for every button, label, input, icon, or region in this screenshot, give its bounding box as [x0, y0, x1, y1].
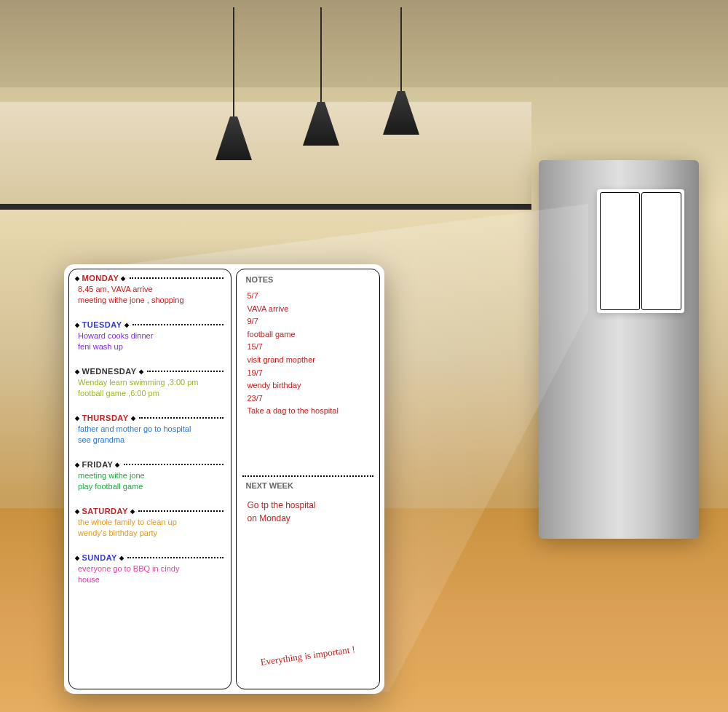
day-header: ◆WEDNESDAY◆	[75, 367, 225, 376]
day-name: TUESDAY	[82, 320, 122, 329]
diamond-icon: ◆	[131, 415, 136, 422]
diamond-icon: ◆	[75, 462, 80, 468]
important-footer: Everything is important !	[250, 640, 367, 671]
diamond-icon: ◆	[75, 508, 80, 515]
pendant-cord	[320, 7, 322, 102]
day-block: ◆THURSDAY◆father and mother go to hospit…	[75, 414, 225, 457]
day-content: Wenday learn swimming ,3:00 pmfootball g…	[75, 376, 225, 411]
dotted-line	[124, 464, 224, 466]
day-content: meeting withe joneplay football game	[75, 469, 225, 504]
day-header: ◆MONDAY◆	[75, 274, 225, 282]
dotted-line	[132, 324, 223, 326]
day-block: ◆TUESDAY◆Howard cooks dinnerfeni wash up	[75, 320, 225, 364]
day-name: SATURDAY	[82, 507, 128, 515]
diamond-icon: ◆	[124, 322, 130, 328]
dotted-line	[139, 417, 223, 419]
mini-planner-on-fridge	[597, 189, 684, 313]
day-name: SUNDAY	[82, 553, 117, 562]
dotted-line	[127, 557, 223, 559]
diamond-icon: ◆	[115, 462, 120, 468]
day-content: the whole family to clean upwendy's birt…	[75, 515, 225, 550]
diamond-icon: ◆	[75, 555, 80, 561]
days-column: ◆MONDAY◆8.45 am, VAVA arrivemeeting with…	[68, 269, 232, 689]
day-header: ◆SUNDAY◆	[75, 553, 225, 562]
day-content: Howard cooks dinnerfeni wash up	[75, 329, 225, 364]
notes-column: NOTES 5/7VAVA arrive9/7football game15/7…	[236, 269, 380, 689]
day-block: ◆SUNDAY◆everyone go to BBQ in cindyhouse	[75, 553, 225, 597]
nextweek-content: Go tp the hospitalon Monday Everything i…	[242, 494, 373, 684]
day-content: 8.45 am, VAVA arrivemeeting withe jone ,…	[75, 282, 225, 317]
notes-header: NOTES	[242, 274, 373, 285]
day-block: ◆MONDAY◆8.45 am, VAVA arrivemeeting with…	[75, 274, 225, 317]
diamond-icon: ◆	[75, 322, 80, 328]
day-content: father and mother go to hospitalsee gran…	[75, 422, 225, 457]
diamond-icon: ◆	[75, 275, 80, 282]
day-block: ◆SATURDAY◆the whole family to clean upwe…	[75, 507, 225, 550]
diamond-icon: ◆	[75, 368, 80, 375]
pendant-cord	[233, 7, 234, 116]
day-header: ◆SATURDAY◆	[75, 507, 225, 515]
dotted-line	[138, 510, 223, 513]
day-header: ◆FRIDAY◆	[75, 460, 225, 469]
day-name: MONDAY	[82, 274, 119, 282]
dotted-line	[130, 277, 224, 280]
day-name: THURSDAY	[82, 414, 129, 422]
day-block: ◆WEDNESDAY◆Wenday learn swimming ,3:00 p…	[75, 367, 225, 411]
day-header: ◆THURSDAY◆	[75, 414, 225, 422]
dotted-line	[147, 371, 223, 373]
nextweek-header: NEXT WEEK	[242, 480, 373, 491]
diamond-icon: ◆	[75, 415, 80, 422]
day-header: ◆TUESDAY◆	[75, 320, 225, 329]
diamond-icon: ◆	[119, 555, 124, 561]
diamond-icon: ◆	[121, 275, 126, 282]
day-content: everyone go to BBQ in cindyhouse	[75, 562, 225, 597]
notes-content: 5/7VAVA arrive9/7football game15/7visit …	[242, 288, 373, 472]
day-block: ◆FRIDAY◆meeting withe joneplay football …	[75, 460, 225, 504]
upper-cabinets	[0, 102, 531, 210]
day-name: WEDNESDAY	[82, 367, 137, 376]
weekly-planner-board: ◆MONDAY◆8.45 am, VAVA arrivemeeting with…	[64, 264, 384, 694]
separator-line	[242, 475, 373, 477]
diamond-icon: ◆	[130, 508, 135, 515]
diamond-icon: ◆	[139, 368, 144, 375]
ceiling-area	[0, 0, 728, 87]
pendant-cord	[400, 7, 402, 91]
day-name: FRIDAY	[82, 460, 114, 469]
